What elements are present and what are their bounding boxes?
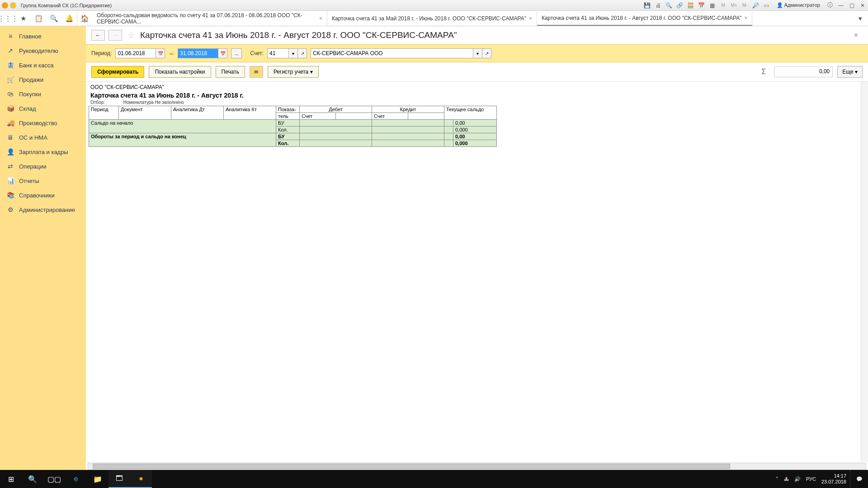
account-dropdown-icon[interactable]: ▾ — [289, 48, 298, 58]
tray-network-icon[interactable]: 🖧 — [784, 476, 789, 482]
calc-icon[interactable]: 🧮 — [687, 2, 694, 9]
account-input[interactable] — [267, 48, 289, 58]
top-toolbar: ⋮⋮⋮ ★ 📋 🔍 🔔 🏠 Оборотно-сальдовая ведомос… — [0, 11, 868, 26]
apps-icon[interactable]: ⋮⋮⋮ — [0, 11, 15, 26]
print-button[interactable]: Печать — [216, 66, 245, 78]
calendar-icon[interactable]: 📅 — [698, 2, 705, 9]
tray-clock[interactable]: 14:17 23.07.2018 — [821, 473, 846, 485]
sidebar-item-hr[interactable]: 👤Зарплата и кадры — [0, 145, 86, 159]
sidebar: ≡Главное ↗Руководителю 🏦Банк и касса 🛒Пр… — [0, 26, 86, 470]
grid-icon[interactable]: ▦ — [709, 2, 716, 9]
info-icon[interactable]: ⓘ — [826, 2, 834, 9]
form-button[interactable]: Сформировать — [91, 66, 144, 78]
tab-close-1[interactable]: × — [529, 15, 532, 22]
tab-1[interactable]: Карточка счета 41 за Май 2018 г. - Июнь … — [327, 11, 537, 26]
tab-menu-icon[interactable]: ▾ — [853, 11, 868, 26]
app-1c-icon[interactable]: ● — [130, 470, 152, 488]
report-area: ООО "СК-СЕРВИС-САМАРА" Карточка счета 41… — [86, 82, 868, 470]
sidebar-item-admin[interactable]: ⚙Администрирование — [0, 202, 86, 217]
explorer-icon[interactable]: 📁 — [87, 470, 108, 488]
tray-chevron-icon[interactable]: ˄ — [776, 476, 778, 482]
close-window-icon[interactable]: ✕ — [859, 2, 866, 9]
period-more-button[interactable]: ... — [231, 48, 242, 58]
link-icon[interactable]: 🔗 — [676, 2, 684, 9]
home-icon[interactable]: 🏠 — [77, 11, 92, 26]
window-title: Группа Компаний СК (1С:Предприятие) — [21, 3, 112, 8]
cart-icon: 🛒 — [6, 76, 14, 83]
m-icon[interactable]: M — [720, 2, 727, 9]
header-row-1: Период Документ Аналитика Дт Аналитика К… — [89, 106, 497, 113]
report-table: Период Документ Аналитика Дт Аналитика К… — [89, 106, 497, 147]
date-to-picker-icon[interactable]: 📅 — [218, 48, 227, 58]
sidebar-item-refs[interactable]: 📚Справочники — [0, 188, 86, 202]
nav-forward-button[interactable]: → — [108, 30, 122, 41]
tray-lang[interactable]: РУС — [806, 476, 816, 482]
user-menu[interactable]: 👤 Администратор — [774, 2, 823, 8]
date-from-input[interactable] — [115, 48, 156, 58]
report-title: Карточка счета 41 за Июнь 2018 г. - Авгу… — [88, 91, 866, 100]
search-toolbar-icon[interactable]: 🔍 — [46, 11, 61, 26]
mminus-icon[interactable]: M- — [741, 2, 749, 9]
sidebar-item-warehouse[interactable]: 📦Склад — [0, 101, 86, 116]
notifications-icon[interactable]: 💬 — [850, 470, 868, 488]
sidebar-item-bank[interactable]: 🏦Банк и касса — [0, 58, 86, 72]
tabs: Оборотно-сальдовая ведомость по счету 41… — [92, 11, 853, 26]
sidebar-item-manager[interactable]: ↗Руководителю — [0, 43, 86, 58]
account-open-icon[interactable]: ↗ — [298, 48, 307, 58]
tab-close-0[interactable]: × — [319, 15, 322, 22]
taskview-icon[interactable]: ▢▢ — [43, 470, 65, 488]
app1-icon[interactable]: 🗔 — [108, 470, 130, 488]
date-to-field[interactable]: 📅 — [178, 48, 227, 58]
minimize-icon[interactable]: — — [837, 2, 844, 9]
page-close-icon[interactable]: × — [854, 31, 858, 39]
account-field[interactable]: ▾ ↗ — [267, 48, 307, 58]
org-open-icon[interactable]: ↗ — [482, 48, 491, 58]
app-icon-1 — [2, 2, 8, 9]
nav-back-button[interactable]: ← — [91, 30, 105, 41]
star-icon[interactable]: ★ — [15, 11, 31, 26]
org-dropdown-icon[interactable]: ▾ — [473, 48, 482, 58]
print-icon[interactable]: 🖨 — [655, 2, 662, 9]
sidebar-item-purchases[interactable]: 🛍Покупки — [0, 87, 86, 101]
favorite-star-icon[interactable]: ☆ — [127, 30, 135, 40]
person-icon: 👤 — [6, 148, 14, 155]
save-icon[interactable]: 💾 — [644, 2, 651, 9]
search-icon[interactable]: 🔍 — [665, 2, 673, 9]
arrow-icon: ↗ — [6, 47, 14, 54]
tab-close-2[interactable]: × — [744, 15, 747, 21]
mplus-icon[interactable]: M+ — [731, 2, 738, 9]
show-settings-button[interactable]: Показать настройки — [149, 66, 211, 78]
org-field[interactable]: ▾ ↗ — [311, 48, 491, 58]
scrollbar-thumb[interactable] — [93, 464, 730, 469]
search-taskbar-icon[interactable]: 🔍 — [22, 470, 43, 488]
sidebar-item-assets[interactable]: 🖥ОС и НМА — [0, 130, 86, 145]
zoom-icon[interactable]: 🔎 — [752, 2, 760, 9]
maximize-icon[interactable]: ▢ — [848, 2, 855, 9]
start-button[interactable]: ⊞ — [0, 470, 22, 488]
ie-icon[interactable]: e — [65, 470, 87, 488]
more-button[interactable]: Еще ▾ — [837, 66, 863, 78]
date-from-field[interactable]: 📅 — [115, 48, 165, 58]
row-begin-bu: Сальдо на начало БУ 0,00 — [89, 120, 497, 127]
sidebar-item-sales[interactable]: 🛒Продажи — [0, 72, 86, 87]
panel-icon[interactable]: ▭ — [763, 2, 770, 9]
box-icon: 📦 — [6, 105, 14, 112]
email-button[interactable]: ✉ — [250, 66, 263, 78]
vertical-scrollbar[interactable] — [861, 82, 868, 462]
tray-volume-icon[interactable]: 🔊 — [794, 476, 801, 482]
clipboard-icon[interactable]: 📋 — [31, 11, 46, 26]
sidebar-item-production[interactable]: 🚚Производство — [0, 116, 86, 130]
tab-2[interactable]: Карточка счета 41 за Июнь 2018 г. - Авгу… — [537, 11, 753, 26]
org-input[interactable] — [311, 48, 473, 58]
sidebar-item-operations[interactable]: ⇄Операции — [0, 159, 86, 174]
page-header: ← → ☆ Карточка счета 41 за Июнь 2018 г. … — [86, 26, 868, 44]
register-button[interactable]: Регистр учета ▾ — [268, 66, 319, 78]
pc-icon: 🖥 — [6, 134, 14, 141]
sidebar-item-main[interactable]: ≡Главное — [0, 29, 86, 43]
sidebar-item-reports[interactable]: 📊Отчеты — [0, 174, 86, 188]
tab-0[interactable]: Оборотно-сальдовая ведомость по счету 41… — [92, 11, 327, 26]
bell-icon[interactable]: 🔔 — [61, 11, 77, 26]
date-from-picker-icon[interactable]: 📅 — [156, 48, 165, 58]
date-to-input[interactable] — [178, 48, 218, 58]
horizontal-scrollbar[interactable] — [88, 463, 866, 470]
